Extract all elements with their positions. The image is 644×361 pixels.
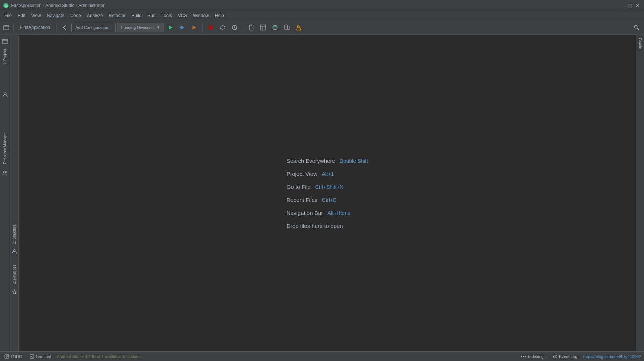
project-view-label: Project View (287, 171, 317, 177)
project-icon[interactable] (2, 23, 10, 32)
svg-marker-7 (192, 25, 196, 30)
svg-marker-31 (12, 290, 16, 294)
sidebar-tab-favorites[interactable]: 2: Favorites (12, 262, 17, 286)
bottom-bar-left: TODO Terminal Android Studio 4.2 Beta 1 … (3, 352, 520, 361)
sidebar-tab-resource-manager[interactable]: Resource Manager (2, 130, 8, 166)
svg-rect-15 (260, 25, 266, 30)
toolbar-sep-2 (56, 23, 56, 32)
indexing-label: Indexing... (528, 354, 547, 359)
welcome-row-nav-bar: Navigation Bar Alt+Home (287, 210, 368, 216)
menu-window[interactable]: Window (190, 11, 212, 20)
nav-bar-shortcut: Alt+Home (327, 210, 350, 216)
sync-button[interactable] (229, 22, 240, 33)
window-title: FirstApplication - Android Studio - Admi… (11, 3, 104, 8)
welcome-content: Search Everywhere Double Shift Project V… (287, 158, 368, 229)
sidebar-icon-star[interactable] (11, 288, 18, 296)
search-everywhere-shortcut: Double Shift (340, 158, 368, 164)
todo-tab[interactable]: TODO (3, 352, 24, 361)
bottom-bar-right: Indexing... Event Log https://blog.csdn.… (521, 352, 641, 361)
svg-rect-19 (285, 25, 288, 29)
firebase-button[interactable] (294, 22, 304, 33)
svg-text:AS: AS (4, 4, 8, 8)
welcome-row-search: Search Everywhere Double Shift (287, 158, 368, 164)
url-link[interactable]: https://blog.csdn.net/Lzy410992 (583, 354, 641, 359)
sidebar-icon-person[interactable] (1, 91, 9, 99)
goto-file-label: Go to File (287, 184, 311, 190)
device-manager-button[interactable] (282, 22, 292, 33)
menu-help[interactable]: Help (212, 11, 227, 20)
add-configuration-button[interactable]: Add Configuration... (71, 23, 116, 32)
menu-code[interactable]: Code (67, 11, 84, 20)
svg-rect-6 (179, 27, 181, 28)
menu-vcs[interactable]: VCS (175, 11, 190, 20)
search-everywhere-label: Search Everywhere (287, 158, 335, 164)
svg-marker-10 (220, 28, 221, 29)
svg-rect-26 (3, 39, 4, 40)
toolbar-sep-3 (202, 23, 203, 32)
debug-button[interactable] (177, 22, 187, 33)
minimize-button[interactable]: — (619, 2, 626, 9)
svg-rect-20 (288, 26, 289, 29)
svg-point-28 (3, 171, 5, 173)
terminal-label: Terminal (36, 354, 51, 359)
event-log-label: Event Log (559, 354, 577, 359)
svg-marker-4 (169, 25, 172, 30)
sidebar-icon-person-3[interactable] (11, 248, 18, 255)
sidebar-tab-structure[interactable]: Z: Structure (12, 222, 17, 246)
title-bar-left: AS FirstApplication - Android Studio - A… (3, 3, 104, 9)
sidebar-tab-gradle[interactable]: Gradle (637, 35, 643, 52)
nav-back-button[interactable] (59, 22, 70, 33)
close-button[interactable]: ✕ (634, 2, 641, 9)
menu-run[interactable]: Run (145, 11, 159, 20)
terminal-tab[interactable]: Terminal (28, 352, 53, 361)
run-button[interactable] (165, 22, 175, 33)
svg-line-24 (637, 28, 639, 30)
menu-file[interactable]: File (1, 11, 14, 20)
sidebar-tab-project[interactable]: 1: Project (2, 47, 8, 67)
svg-rect-25 (2, 39, 8, 43)
event-log-tab[interactable]: Event Log (551, 352, 579, 361)
menu-view[interactable]: View (28, 11, 44, 20)
left-sidebar: 1: Project Resource Manager (0, 35, 10, 351)
menu-edit[interactable]: Edit (14, 11, 28, 20)
app-icon: AS (3, 3, 9, 9)
spinner-dot-2 (523, 356, 524, 357)
search-everywhere-button[interactable] (631, 22, 642, 33)
sync-project-button[interactable] (217, 22, 228, 33)
svg-point-27 (4, 93, 6, 95)
svg-point-13 (251, 29, 252, 29)
svg-rect-2 (4, 26, 9, 30)
svg-rect-8 (208, 25, 213, 29)
svg-point-29 (6, 171, 7, 173)
menu-build[interactable]: Build (129, 11, 145, 20)
indexing-spinner (521, 356, 526, 357)
welcome-row-goto-file: Go to File Ctrl+Shift+N (287, 184, 368, 190)
menu-refactor[interactable]: Refactor (106, 11, 129, 20)
maximize-button[interactable]: □ (627, 2, 634, 9)
spinner-dot-3 (525, 356, 526, 357)
menu-bar: File Edit View Navigate Code Analyze Ref… (0, 11, 644, 20)
profile-button[interactable] (189, 22, 199, 33)
welcome-row-project: Project View Alt+1 (287, 171, 368, 177)
terminal-icon (30, 354, 34, 359)
menu-analyze[interactable]: Analyze (84, 11, 106, 20)
theme-editor-button[interactable] (270, 22, 280, 33)
sidebar-icon-person-2[interactable] (1, 169, 9, 177)
recent-files-shortcut: Ctrl+E (322, 197, 336, 203)
svg-rect-3 (4, 25, 6, 26)
menu-navigate[interactable]: Navigate (44, 11, 67, 20)
spinner-dot-1 (521, 356, 522, 357)
stop-button[interactable] (206, 22, 216, 33)
right-sidebar: Gradle (636, 35, 644, 351)
svg-marker-5 (181, 25, 184, 30)
layout-inspector-button[interactable] (258, 22, 268, 33)
title-bar-controls: — □ ✕ (619, 2, 641, 9)
event-log-icon (553, 354, 557, 359)
avd-manager-button[interactable] (246, 22, 256, 33)
toolbar: FirstApplication Add Configuration... Lo… (0, 20, 644, 35)
loading-devices-dropdown[interactable]: Loading Devices... ▾ (117, 23, 164, 32)
menu-tools[interactable]: Tools (159, 11, 175, 20)
recent-files-label: Recent Files (287, 197, 317, 203)
status-message: Android Studio 4.2 Beta 1 available: // … (57, 354, 143, 359)
sidebar-icon-folder[interactable] (1, 37, 9, 45)
